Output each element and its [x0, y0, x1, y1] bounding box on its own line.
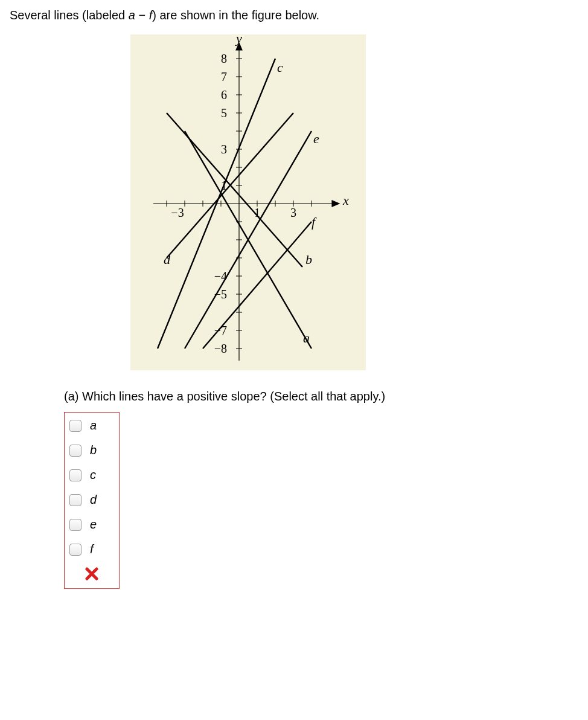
svg-marker-3	[332, 201, 339, 207]
x-axis-label: x	[342, 193, 349, 208]
svg-text:8: 8	[221, 52, 227, 65]
graph-svg: −3 1 3 8 7 6 5 3 1 −4 −5 −7 −8	[130, 34, 366, 370]
option-row-e[interactable]: e	[69, 518, 114, 532]
figure-container: −3 1 3 8 7 6 5 3 1 −4 −5 −7 −8	[130, 34, 578, 370]
axis-labels: y x	[235, 34, 349, 208]
option-label-a: a	[90, 419, 97, 432]
line-f	[203, 222, 312, 349]
question-text: (a) Which lines have a positive slope? (…	[64, 390, 578, 403]
checkbox-b[interactable]	[69, 445, 81, 457]
svg-text:5: 5	[221, 106, 227, 120]
svg-text:3: 3	[221, 143, 227, 156]
answers-box: a b c d e f	[64, 412, 120, 589]
label-e: e	[313, 131, 319, 146]
svg-text:−7: −7	[214, 324, 227, 337]
option-label-d: d	[90, 493, 97, 507]
option-label-e: e	[90, 518, 97, 532]
checkbox-a[interactable]	[69, 420, 81, 432]
label-a: a	[303, 330, 310, 346]
svg-text:7: 7	[221, 70, 227, 83]
option-row-c[interactable]: c	[69, 468, 114, 482]
option-row-b[interactable]: b	[69, 443, 114, 457]
label-c: c	[277, 60, 283, 75]
y-axis-label: y	[235, 34, 242, 46]
svg-text:3: 3	[290, 206, 296, 219]
label-f: f	[312, 214, 317, 230]
checkbox-e[interactable]	[69, 519, 81, 531]
prompt-text-pre: Several lines (labeled	[10, 8, 129, 22]
prompt-dash: −	[135, 8, 149, 22]
svg-text:−8: −8	[214, 342, 227, 355]
checkbox-f[interactable]	[69, 544, 81, 556]
checkbox-d[interactable]	[69, 494, 81, 506]
svg-text:−3: −3	[171, 206, 184, 219]
svg-text:6: 6	[221, 88, 227, 101]
prompt-text-post: ) are shown in the figure below.	[152, 8, 319, 22]
problem-prompt: Several lines (labeled a − f) are shown …	[10, 7, 578, 24]
option-row-d[interactable]: d	[69, 493, 114, 507]
option-label-f: f	[90, 542, 94, 556]
label-d: d	[164, 252, 171, 267]
option-label-c: c	[90, 468, 96, 482]
label-b: b	[305, 252, 312, 267]
line-b	[167, 113, 302, 267]
prompt-label-a: a	[129, 8, 135, 22]
x-icon	[85, 567, 98, 580]
checkbox-c[interactable]	[69, 469, 81, 481]
feedback-incorrect	[69, 567, 114, 583]
option-row-f[interactable]: f	[69, 542, 114, 556]
option-label-b: b	[90, 443, 97, 457]
figure: −3 1 3 8 7 6 5 3 1 −4 −5 −7 −8	[130, 34, 366, 370]
option-row-a[interactable]: a	[69, 419, 114, 432]
